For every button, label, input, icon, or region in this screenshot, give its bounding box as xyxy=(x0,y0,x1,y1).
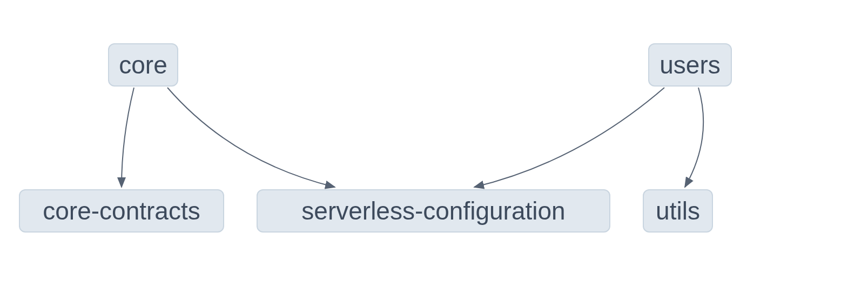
edge-users-to-serverless-configuration xyxy=(474,88,664,187)
node-label: core xyxy=(119,50,167,79)
node-label: utils xyxy=(656,196,700,225)
edge-core-to-core-contracts xyxy=(122,88,134,187)
node-core: core xyxy=(108,43,178,87)
node-label: serverless-configuration xyxy=(301,196,565,225)
node-label: users xyxy=(660,50,720,79)
node-utils: utils xyxy=(643,189,713,233)
node-serverless-configuration: serverless-configuration xyxy=(257,189,610,233)
node-core-contracts: core-contracts xyxy=(19,189,224,233)
node-users: users xyxy=(648,43,732,87)
edge-users-to-utils xyxy=(685,88,703,187)
edge-core-to-serverless-configuration xyxy=(167,88,335,187)
node-label: core-contracts xyxy=(43,196,200,225)
